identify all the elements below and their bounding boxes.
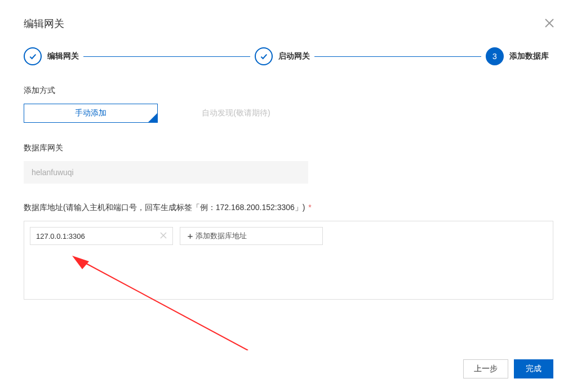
dialog-footer: 上一步 完成 [463, 359, 553, 378]
db-address-label-text: 数据库地址(请输入主机和端口号，回车生成标签「例：172.168.200.152… [24, 203, 305, 212]
db-address-tag-area[interactable]: 127.0.0.1:3306 ＋ 添加数据库地址 [24, 221, 553, 300]
step-2: 启动网关 [255, 47, 314, 65]
step-3-label: 添加数据库 [509, 51, 549, 61]
step-connector [83, 56, 250, 57]
close-icon[interactable] [544, 18, 554, 30]
db-address-tag[interactable]: 127.0.0.1:3306 [30, 227, 173, 245]
add-method-manual-label: 手动添加 [75, 108, 106, 118]
step-1: 编辑网关 [24, 47, 83, 65]
add-method-manual[interactable]: 手动添加 [24, 104, 158, 123]
dialog-title: 编辑网关 [24, 17, 553, 30]
step-2-label: 启动网关 [278, 51, 310, 61]
gateway-name-input: helanfuwuqi [24, 161, 308, 184]
done-button[interactable]: 完成 [514, 359, 553, 378]
remove-tag-icon[interactable] [160, 231, 167, 241]
db-address-label: 数据库地址(请输入主机和端口号，回车生成标签「例：172.168.200.152… [24, 203, 553, 213]
stepper: 编辑网关 启动网关 3 添加数据库 [24, 47, 553, 65]
prev-button-label: 上一步 [474, 364, 498, 374]
done-button-label: 完成 [526, 364, 542, 374]
step-1-label: 编辑网关 [47, 51, 79, 61]
prev-button[interactable]: 上一步 [463, 359, 508, 378]
step-connector [314, 56, 481, 57]
add-db-address-input[interactable]: ＋ 添加数据库地址 [180, 227, 323, 245]
plus-icon: ＋ [186, 231, 194, 242]
add-method-options: 手动添加 自动发现(敬请期待) [24, 104, 553, 123]
gateway-label: 数据库网关 [24, 143, 553, 153]
add-db-address-placeholder: 添加数据库地址 [196, 231, 247, 241]
check-icon [24, 47, 42, 65]
add-method-auto-label: 自动发现(敬请期待) [202, 108, 270, 118]
edit-gateway-dialog: 编辑网关 编辑网关 启动网关 3 添加数据库 添加方式 手动添加 自动发现(敬 [0, 0, 577, 392]
db-address-tag-text: 127.0.0.1:3306 [36, 232, 85, 240]
required-asterisk: * [308, 203, 311, 212]
step-3: 3 添加数据库 [486, 47, 553, 65]
add-method-auto: 自动发现(敬请期待) [169, 104, 303, 123]
check-icon [255, 47, 273, 65]
add-method-label: 添加方式 [24, 86, 553, 96]
step-number-badge: 3 [486, 47, 504, 65]
